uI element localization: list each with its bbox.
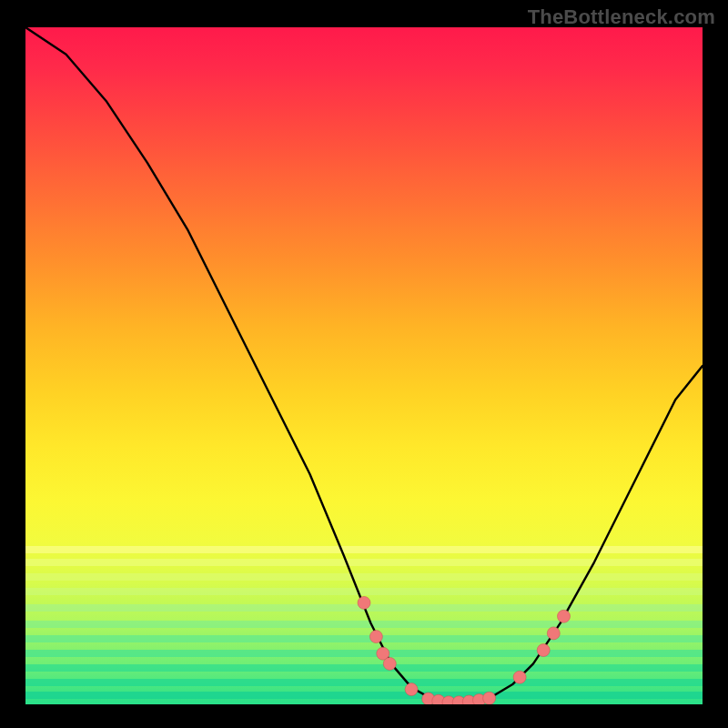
data-marker [483, 692, 496, 704]
watermark-text: TheBottleneck.com [528, 5, 715, 29]
data-marker [513, 671, 526, 683]
data-marker [558, 610, 571, 622]
curve-layer [25, 27, 703, 704]
data-marker [537, 644, 550, 657]
data-marker [358, 596, 370, 609]
data-marker [369, 631, 382, 643]
data-marker [547, 627, 560, 640]
chart-frame: TheBottleneck.com [0, 0, 728, 728]
plot-area [25, 27, 703, 704]
data-marker [405, 683, 418, 696]
data-marker [383, 657, 396, 670]
data-markers [358, 596, 571, 704]
